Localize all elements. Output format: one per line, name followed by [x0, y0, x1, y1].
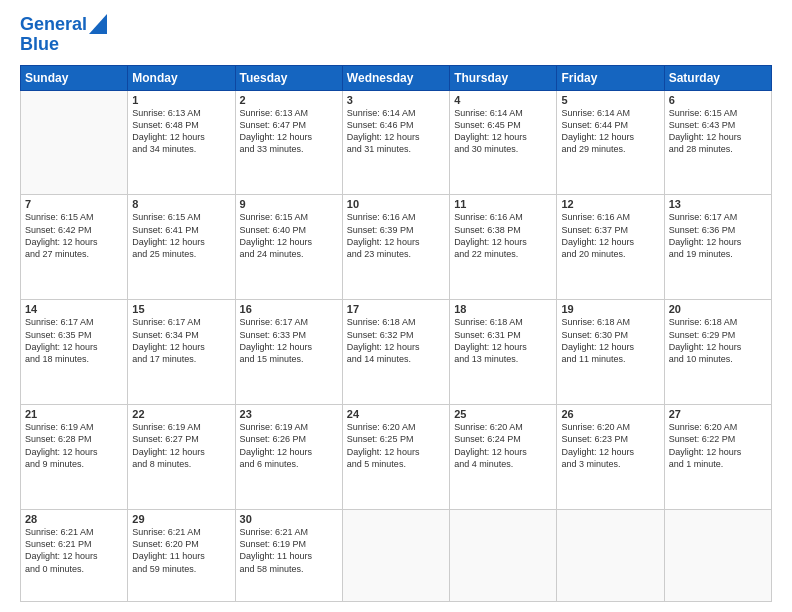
day-info: Sunrise: 6:21 AM Sunset: 6:19 PM Dayligh…	[240, 526, 338, 575]
calendar-header-saturday: Saturday	[664, 65, 771, 90]
day-info: Sunrise: 6:19 AM Sunset: 6:28 PM Dayligh…	[25, 421, 123, 470]
day-number: 23	[240, 408, 338, 420]
day-number: 29	[132, 513, 230, 525]
calendar-header-monday: Monday	[128, 65, 235, 90]
calendar-day-cell: 26Sunrise: 6:20 AM Sunset: 6:23 PM Dayli…	[557, 405, 664, 510]
calendar-day-cell: 6Sunrise: 6:15 AM Sunset: 6:43 PM Daylig…	[664, 90, 771, 195]
day-info: Sunrise: 6:17 AM Sunset: 6:33 PM Dayligh…	[240, 316, 338, 365]
day-info: Sunrise: 6:20 AM Sunset: 6:25 PM Dayligh…	[347, 421, 445, 470]
day-info: Sunrise: 6:16 AM Sunset: 6:37 PM Dayligh…	[561, 211, 659, 260]
calendar-day-cell: 14Sunrise: 6:17 AM Sunset: 6:35 PM Dayli…	[21, 300, 128, 405]
calendar-day-cell: 12Sunrise: 6:16 AM Sunset: 6:37 PM Dayli…	[557, 195, 664, 300]
logo: General Blue	[20, 15, 107, 55]
day-number: 13	[669, 198, 767, 210]
calendar-table: SundayMondayTuesdayWednesdayThursdayFrid…	[20, 65, 772, 602]
calendar-day-cell: 9Sunrise: 6:15 AM Sunset: 6:40 PM Daylig…	[235, 195, 342, 300]
calendar-week-row: 7Sunrise: 6:15 AM Sunset: 6:42 PM Daylig…	[21, 195, 772, 300]
day-number: 12	[561, 198, 659, 210]
day-info: Sunrise: 6:18 AM Sunset: 6:32 PM Dayligh…	[347, 316, 445, 365]
logo-arrow-icon	[89, 14, 107, 34]
calendar-day-cell: 11Sunrise: 6:16 AM Sunset: 6:38 PM Dayli…	[450, 195, 557, 300]
day-number: 6	[669, 94, 767, 106]
day-info: Sunrise: 6:14 AM Sunset: 6:46 PM Dayligh…	[347, 107, 445, 156]
calendar-header-sunday: Sunday	[21, 65, 128, 90]
day-info: Sunrise: 6:14 AM Sunset: 6:44 PM Dayligh…	[561, 107, 659, 156]
calendar-day-cell: 18Sunrise: 6:18 AM Sunset: 6:31 PM Dayli…	[450, 300, 557, 405]
calendar-header-friday: Friday	[557, 65, 664, 90]
calendar-day-cell: 10Sunrise: 6:16 AM Sunset: 6:39 PM Dayli…	[342, 195, 449, 300]
day-number: 25	[454, 408, 552, 420]
day-number: 22	[132, 408, 230, 420]
calendar-day-cell: 15Sunrise: 6:17 AM Sunset: 6:34 PM Dayli…	[128, 300, 235, 405]
calendar-day-cell: 27Sunrise: 6:20 AM Sunset: 6:22 PM Dayli…	[664, 405, 771, 510]
calendar-day-cell: 2Sunrise: 6:13 AM Sunset: 6:47 PM Daylig…	[235, 90, 342, 195]
day-number: 14	[25, 303, 123, 315]
calendar-week-row: 14Sunrise: 6:17 AM Sunset: 6:35 PM Dayli…	[21, 300, 772, 405]
day-info: Sunrise: 6:15 AM Sunset: 6:40 PM Dayligh…	[240, 211, 338, 260]
day-info: Sunrise: 6:21 AM Sunset: 6:21 PM Dayligh…	[25, 526, 123, 575]
day-info: Sunrise: 6:13 AM Sunset: 6:47 PM Dayligh…	[240, 107, 338, 156]
calendar-day-cell: 13Sunrise: 6:17 AM Sunset: 6:36 PM Dayli…	[664, 195, 771, 300]
day-info: Sunrise: 6:17 AM Sunset: 6:35 PM Dayligh…	[25, 316, 123, 365]
calendar-day-cell: 21Sunrise: 6:19 AM Sunset: 6:28 PM Dayli…	[21, 405, 128, 510]
day-info: Sunrise: 6:15 AM Sunset: 6:43 PM Dayligh…	[669, 107, 767, 156]
day-number: 4	[454, 94, 552, 106]
day-info: Sunrise: 6:17 AM Sunset: 6:36 PM Dayligh…	[669, 211, 767, 260]
day-number: 1	[132, 94, 230, 106]
calendar-day-cell: 28Sunrise: 6:21 AM Sunset: 6:21 PM Dayli…	[21, 510, 128, 602]
day-number: 15	[132, 303, 230, 315]
calendar-week-row: 28Sunrise: 6:21 AM Sunset: 6:21 PM Dayli…	[21, 510, 772, 602]
svg-marker-0	[89, 14, 107, 34]
day-info: Sunrise: 6:20 AM Sunset: 6:22 PM Dayligh…	[669, 421, 767, 470]
calendar-header-thursday: Thursday	[450, 65, 557, 90]
logo-text: General Blue	[20, 15, 107, 55]
calendar-day-cell: 25Sunrise: 6:20 AM Sunset: 6:24 PM Dayli…	[450, 405, 557, 510]
day-info: Sunrise: 6:15 AM Sunset: 6:41 PM Dayligh…	[132, 211, 230, 260]
calendar-day-cell: 19Sunrise: 6:18 AM Sunset: 6:30 PM Dayli…	[557, 300, 664, 405]
day-number: 17	[347, 303, 445, 315]
day-info: Sunrise: 6:19 AM Sunset: 6:27 PM Dayligh…	[132, 421, 230, 470]
day-number: 21	[25, 408, 123, 420]
day-number: 20	[669, 303, 767, 315]
day-number: 16	[240, 303, 338, 315]
calendar-day-cell: 5Sunrise: 6:14 AM Sunset: 6:44 PM Daylig…	[557, 90, 664, 195]
day-info: Sunrise: 6:14 AM Sunset: 6:45 PM Dayligh…	[454, 107, 552, 156]
day-number: 10	[347, 198, 445, 210]
calendar-day-cell	[450, 510, 557, 602]
calendar-day-cell: 8Sunrise: 6:15 AM Sunset: 6:41 PM Daylig…	[128, 195, 235, 300]
day-info: Sunrise: 6:18 AM Sunset: 6:31 PM Dayligh…	[454, 316, 552, 365]
day-info: Sunrise: 6:20 AM Sunset: 6:24 PM Dayligh…	[454, 421, 552, 470]
calendar-week-row: 1Sunrise: 6:13 AM Sunset: 6:48 PM Daylig…	[21, 90, 772, 195]
calendar-header-row: SundayMondayTuesdayWednesdayThursdayFrid…	[21, 65, 772, 90]
day-info: Sunrise: 6:17 AM Sunset: 6:34 PM Dayligh…	[132, 316, 230, 365]
day-info: Sunrise: 6:15 AM Sunset: 6:42 PM Dayligh…	[25, 211, 123, 260]
calendar-day-cell: 29Sunrise: 6:21 AM Sunset: 6:20 PM Dayli…	[128, 510, 235, 602]
day-number: 11	[454, 198, 552, 210]
day-info: Sunrise: 6:19 AM Sunset: 6:26 PM Dayligh…	[240, 421, 338, 470]
calendar-day-cell	[557, 510, 664, 602]
day-info: Sunrise: 6:16 AM Sunset: 6:39 PM Dayligh…	[347, 211, 445, 260]
calendar-day-cell	[21, 90, 128, 195]
day-number: 30	[240, 513, 338, 525]
page: General Blue SundayMondayTuesdayWednesda…	[0, 0, 792, 612]
calendar-day-cell: 7Sunrise: 6:15 AM Sunset: 6:42 PM Daylig…	[21, 195, 128, 300]
calendar-day-cell: 1Sunrise: 6:13 AM Sunset: 6:48 PM Daylig…	[128, 90, 235, 195]
calendar-day-cell	[664, 510, 771, 602]
day-number: 24	[347, 408, 445, 420]
calendar-day-cell: 22Sunrise: 6:19 AM Sunset: 6:27 PM Dayli…	[128, 405, 235, 510]
day-info: Sunrise: 6:16 AM Sunset: 6:38 PM Dayligh…	[454, 211, 552, 260]
calendar-day-cell: 30Sunrise: 6:21 AM Sunset: 6:19 PM Dayli…	[235, 510, 342, 602]
calendar-day-cell: 4Sunrise: 6:14 AM Sunset: 6:45 PM Daylig…	[450, 90, 557, 195]
day-info: Sunrise: 6:13 AM Sunset: 6:48 PM Dayligh…	[132, 107, 230, 156]
day-info: Sunrise: 6:21 AM Sunset: 6:20 PM Dayligh…	[132, 526, 230, 575]
calendar-day-cell: 17Sunrise: 6:18 AM Sunset: 6:32 PM Dayli…	[342, 300, 449, 405]
calendar-header-tuesday: Tuesday	[235, 65, 342, 90]
calendar-day-cell: 3Sunrise: 6:14 AM Sunset: 6:46 PM Daylig…	[342, 90, 449, 195]
calendar-week-row: 21Sunrise: 6:19 AM Sunset: 6:28 PM Dayli…	[21, 405, 772, 510]
day-number: 9	[240, 198, 338, 210]
day-number: 19	[561, 303, 659, 315]
day-info: Sunrise: 6:18 AM Sunset: 6:30 PM Dayligh…	[561, 316, 659, 365]
day-number: 3	[347, 94, 445, 106]
calendar-day-cell: 24Sunrise: 6:20 AM Sunset: 6:25 PM Dayli…	[342, 405, 449, 510]
day-info: Sunrise: 6:18 AM Sunset: 6:29 PM Dayligh…	[669, 316, 767, 365]
